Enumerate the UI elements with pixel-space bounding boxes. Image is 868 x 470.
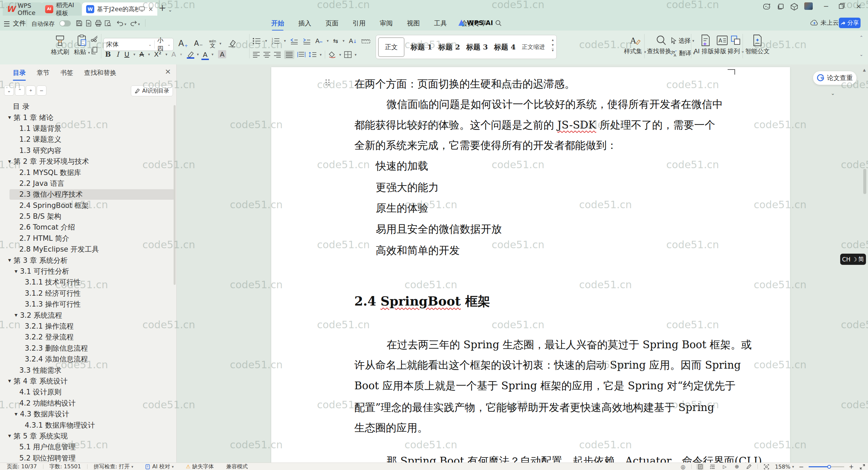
ribbon-collapse-down-icon[interactable]: ⌄ [860,52,863,57]
toc-zoom-in-button[interactable]: ＋ [26,85,36,96]
toc-item-6[interactable]: 2.1 MYSQL 数据库 [0,167,176,178]
zoom-slider[interactable] [809,466,844,467]
toc-item-3[interactable]: 1.2 课题意义 [0,134,176,145]
toc-item-10[interactable]: 2.5 B/S 架构 [0,211,176,222]
highlight-color-button[interactable] [187,51,194,57]
toc-item-7[interactable]: 2.2 Java 语言 [0,178,176,189]
sidebar-scrollbar[interactable] [174,105,176,285]
zoom-slider-knob[interactable] [827,465,831,469]
search-icon[interactable] [495,20,502,26]
integrations-cube-icon[interactable] [791,3,798,11]
menu-item-6[interactable]: 工具 [434,19,447,28]
style-option-3[interactable]: 标题 3 [466,42,488,52]
clear-format-icon[interactable] [228,39,236,47]
style-option-5[interactable]: 正文缩进 [522,43,545,51]
smart-doc-button[interactable]: 智能公文 [745,35,770,55]
pane-tab-find-replace[interactable]: 查找和替换 [84,68,116,77]
decrease-font-icon[interactable]: A− [193,39,204,48]
outline-view-icon[interactable] [709,464,716,470]
undo-dropdown-icon[interactable]: ▾ [124,22,126,26]
decrease-indent-icon[interactable] [290,38,298,44]
menu-item-2[interactable]: 页面 [326,19,338,28]
toc-collapse-arrow-icon[interactable]: ▼ [15,269,20,274]
tab-document[interactable]: W 基于J2ee的高校毕业生就业 × [82,2,157,16]
tab-docer[interactable]: AI 稻壳AI模板 [41,2,81,16]
toc-item-31[interactable]: 5.1 用户信息管理 [0,442,176,452]
toc-collapse-arrow-icon[interactable]: ▼ [8,115,14,120]
ai-proofread-button[interactable]: AI 校对▾ [139,463,180,470]
ribbon-collapse-up-icon[interactable]: ⌃ [860,35,863,40]
toc-expand-down-button[interactable]: ⌄ [4,85,14,96]
toc-item-16[interactable]: 3.1.1 技术可行性 [0,277,176,288]
zoom-in-icon[interactable]: + [849,463,854,470]
menu-item-0[interactable]: 开始 [271,19,284,28]
redo-icon[interactable] [130,20,137,26]
close-tab-icon[interactable]: × [148,5,153,13]
pane-tab-chapters[interactable]: 章节 [37,68,50,77]
ai-assistant-icon[interactable] [763,3,771,10]
toc-item-20[interactable]: 3.2.1 操作流程 [0,321,176,332]
font-name-select[interactable]: 宋体⌄ [104,40,155,48]
close-window-icon[interactable]: × [856,2,862,10]
toc-item-8[interactable]: 2.3 微信小程序技术 [0,189,176,200]
export-pdf-icon[interactable] [85,20,92,26]
autosave-toggle[interactable] [59,20,71,26]
toc-zoom-out-button[interactable]: − [37,85,46,96]
copy-icon[interactable] [91,47,98,54]
fit-page-icon[interactable] [763,464,770,470]
tab-list-chevron-icon[interactable]: ⌄ [168,5,172,14]
font-color-button[interactable]: A [201,50,209,59]
borders-icon[interactable] [344,51,352,58]
toc-item-24[interactable]: 3.3 性能需求 [0,365,176,375]
toc-item-4[interactable]: 1.3 研究内容 [0,145,176,156]
distribute-icon[interactable] [297,52,305,58]
shading-fill-icon[interactable] [328,51,336,58]
arrange-button[interactable]: 排列 ▾ [728,35,744,55]
zoom-out-icon[interactable]: − [799,463,804,470]
spellcheck-status[interactable]: 拼写检查: 打开▾ [87,463,139,470]
close-pane-icon[interactable]: × [165,67,171,76]
ime-indicator[interactable]: CH ☽ 简 [840,254,866,265]
file-menu[interactable]: 文件 [13,19,26,28]
toc-item-2[interactable]: 1.1 课题背景 [0,123,176,134]
toc-collapse-arrow-icon[interactable]: ▼ [8,159,14,164]
style-option-2[interactable]: 标题 2 [438,42,460,52]
menu-wps-ai[interactable]: WPS AI [458,19,493,26]
toc-item-9[interactable]: 2.4 SpringBoot 框架 [0,200,176,211]
superscript-button[interactable]: X² [153,50,163,59]
toc-collapse-arrow-icon[interactable]: ▼ [15,313,20,317]
underline-button[interactable]: U [123,50,131,59]
toc-item-26[interactable]: 4.1 设计原则 [0,387,176,397]
toc-collapse-arrow-icon[interactable]: ▼ [8,379,14,383]
read-mode-icon[interactable]: ▷ [721,464,728,470]
toc-item-18[interactable]: 3.1.3 操作可行性 [0,299,176,310]
style-option-4[interactable]: 标题 4 [494,42,516,52]
hamburger-menu-icon[interactable] [4,21,9,26]
justify-icon[interactable] [284,50,294,59]
menu-item-4[interactable]: 审阅 [380,19,393,28]
pane-tab-toc[interactable]: 目录 [13,68,26,77]
text-effects-button[interactable]: A [170,50,177,59]
eye-protection-icon[interactable]: ◎ [679,464,687,470]
ruler-tab-icon[interactable] [361,38,370,44]
increase-indent-icon[interactable] [303,38,311,44]
toc-item-13[interactable]: 2.8 MyEclipse 开发工具 [0,244,176,255]
user-avatar[interactable] [804,2,813,10]
paste-button[interactable]: 粘贴 ▾ [74,35,90,56]
toc-item-32[interactable]: 5.2 职位招聘管理 [0,453,176,463]
toc-collapse-arrow-icon[interactable]: ▼ [8,258,14,262]
toc-collapse-arrow-icon[interactable]: ▼ [15,412,20,416]
toc-item-1[interactable]: ▼第 1 章 绪论 [0,112,176,123]
style-option-0[interactable]: 正文 [378,37,405,57]
numbered-list-icon[interactable]: 123 [272,38,280,44]
restore-window-icon[interactable] [839,3,845,9]
style-set-button[interactable]: A 样式集 ▾ [624,35,646,55]
toc-item-12[interactable]: 2.7 HTML 简介 [0,233,176,244]
menu-item-5[interactable]: 视图 [407,19,420,28]
toc-item-29[interactable]: 4.3.1 数据库物理设计 [0,419,176,430]
align-center-icon[interactable] [263,52,271,58]
edit-mode-icon[interactable] [745,464,753,470]
paper-check-collapse-icon[interactable]: ⌄ [831,90,835,96]
web-layout-icon[interactable]: ⊕ [733,464,741,470]
toc-item-25[interactable]: ▼第 4 章 系统设计 [0,376,176,387]
